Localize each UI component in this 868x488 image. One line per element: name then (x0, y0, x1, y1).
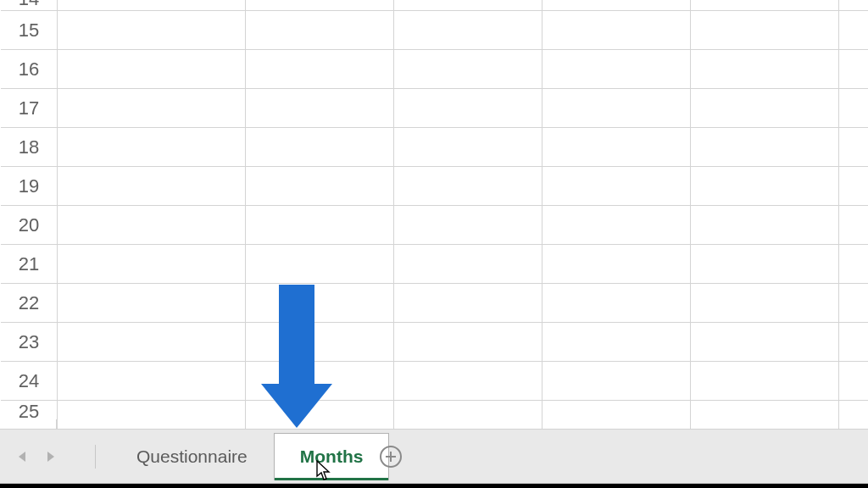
gridline (57, 361, 868, 362)
row-header[interactable]: 25 (1, 401, 57, 419)
gridline (57, 127, 868, 128)
add-sheet-button[interactable] (370, 430, 412, 484)
sheet-tabs: Questionnaire Months (110, 430, 389, 484)
row-header[interactable]: 17 (1, 89, 57, 128)
row-header[interactable]: 24 (1, 362, 57, 401)
gridline (57, 166, 868, 167)
row-header[interactable]: 22 (1, 284, 57, 323)
plus-circle-icon (380, 446, 402, 468)
gridline (57, 322, 868, 323)
gridline (57, 88, 868, 89)
gridline (57, 283, 868, 284)
gridline (57, 400, 868, 401)
row-header[interactable]: 23 (1, 323, 57, 362)
sheet-tab-label: Questionnaire (136, 446, 248, 467)
row-header[interactable]: 21 (1, 245, 57, 284)
sheet-tab-bar: Questionnaire Months (0, 429, 868, 484)
row-header[interactable]: 19 (1, 167, 57, 206)
gridline (245, 0, 246, 429)
gridline (57, 0, 58, 429)
gridline (542, 0, 542, 429)
sheet-nav-prev-icon[interactable] (19, 452, 25, 462)
excel-window: 14 15 16 17 18 19 20 21 22 23 24 25 (0, 0, 868, 488)
gridline (690, 0, 691, 429)
letterbox-bar (0, 484, 868, 488)
row-header[interactable]: 18 (1, 128, 57, 167)
sheet-nav-arrows (19, 430, 54, 484)
gridline (57, 10, 868, 11)
gridline (57, 205, 868, 206)
row-header[interactable]: 14 (1, 0, 57, 11)
gridline (838, 0, 839, 429)
sheet-nav-next-icon[interactable] (47, 452, 54, 462)
separator (95, 445, 96, 469)
gridline (393, 0, 394, 429)
row-header[interactable]: 20 (1, 206, 57, 245)
worksheet-grid[interactable]: 14 15 16 17 18 19 20 21 22 23 24 25 (0, 0, 868, 429)
row-header[interactable]: 15 (1, 11, 57, 50)
sheet-tab-questionnaire[interactable]: Questionnaire (110, 433, 274, 480)
sheet-tab-label: Months (300, 446, 364, 467)
row-header[interactable]: 16 (1, 50, 57, 89)
cells-area[interactable] (57, 0, 868, 429)
row-header-column: 14 15 16 17 18 19 20 21 22 23 24 25 (1, 0, 57, 429)
gridline (57, 244, 868, 245)
gridline (57, 49, 868, 50)
